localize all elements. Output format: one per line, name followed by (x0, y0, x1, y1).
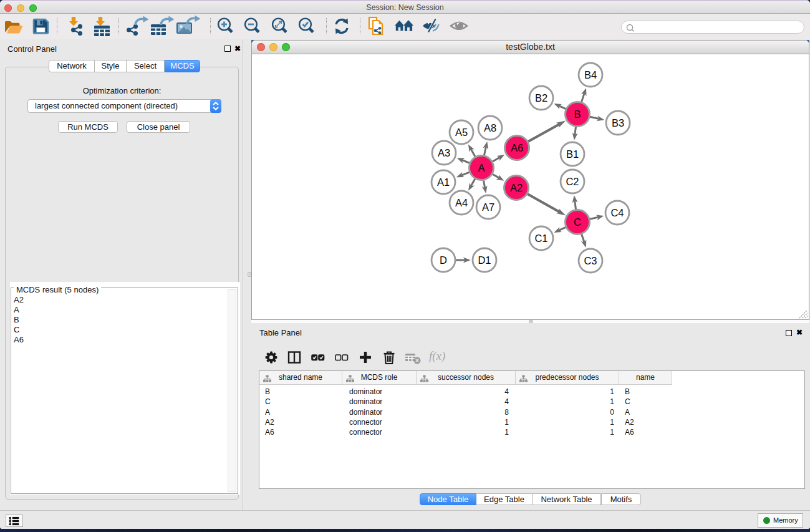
svg-text:A1: A1 (437, 177, 450, 188)
svg-text:B1: B1 (566, 148, 579, 160)
svg-text:C3: C3 (584, 255, 597, 266)
svg-text:D1: D1 (478, 254, 491, 266)
svg-text:C: C (574, 216, 581, 228)
svg-text:B3: B3 (612, 117, 624, 128)
svg-text:A8: A8 (484, 122, 496, 133)
svg-text:B2: B2 (535, 92, 547, 104)
svg-text:B4: B4 (584, 69, 597, 80)
svg-text:D: D (440, 254, 447, 266)
svg-text:C2: C2 (566, 176, 579, 187)
svg-text:A4: A4 (455, 197, 468, 208)
svg-text:A6: A6 (511, 142, 523, 153)
svg-text:A3: A3 (438, 147, 450, 158)
svg-text:A: A (478, 162, 485, 173)
svg-text:C1: C1 (534, 233, 547, 244)
svg-text:B: B (574, 109, 581, 120)
svg-text:A7: A7 (482, 201, 494, 213)
svg-text:C4: C4 (610, 207, 624, 218)
svg-text:A5: A5 (455, 127, 468, 138)
svg-text:A2: A2 (510, 182, 523, 193)
